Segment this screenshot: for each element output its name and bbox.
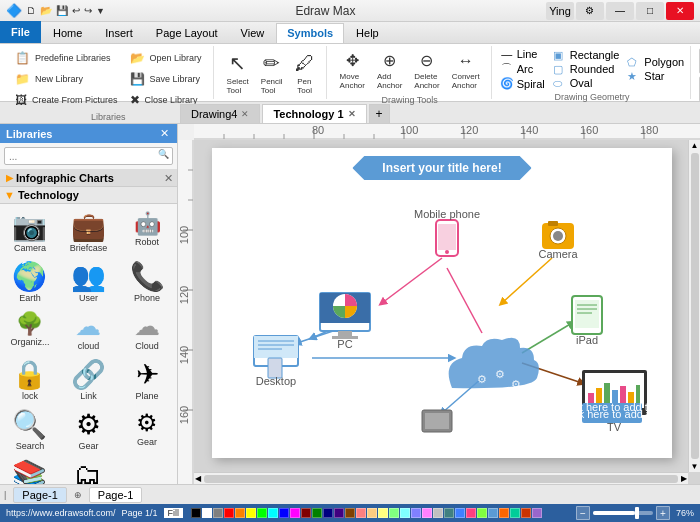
- add-page-btn[interactable]: ⊕: [70, 490, 86, 500]
- color-maroon[interactable]: [301, 508, 311, 518]
- sidebar-item-earth[interactable]: 🌍 Earth: [4, 258, 56, 306]
- quick-access-open[interactable]: 📂: [40, 5, 52, 16]
- color-hot-pink[interactable]: [466, 508, 476, 518]
- quick-access-more[interactable]: ▼: [96, 6, 105, 16]
- color-light-cyan[interactable]: [400, 508, 410, 518]
- tab-help[interactable]: Help: [345, 23, 390, 43]
- search-input[interactable]: [4, 147, 173, 165]
- color-teal[interactable]: [444, 508, 454, 518]
- zoom-slider[interactable]: [593, 511, 653, 515]
- line-option[interactable]: — Line: [500, 48, 545, 60]
- sidebar-item-phone[interactable]: 📞 Phone: [121, 258, 173, 306]
- save-library-btn[interactable]: 💾 Save Library: [125, 69, 207, 89]
- horizontal-scrollbar[interactable]: ◀ ▶: [194, 472, 688, 484]
- technology-section[interactable]: ▼ Technology: [0, 187, 177, 204]
- color-light-green[interactable]: [389, 508, 399, 518]
- settings-btn[interactable]: ⚙: [576, 2, 604, 20]
- tab-insert[interactable]: Insert: [94, 23, 144, 43]
- color-burnt-orange[interactable]: [499, 508, 509, 518]
- minimize-btn[interactable]: —: [606, 2, 634, 20]
- color-brown[interactable]: [345, 508, 355, 518]
- sidebar-item-libraries[interactable]: 📚 Libraries: [4, 456, 56, 484]
- infographic-close-btn[interactable]: ✕: [162, 172, 175, 185]
- sidebar-item-search[interactable]: 🔍 Search: [4, 406, 56, 454]
- doc-tab-drawing4[interactable]: Drawing4 ✕: [180, 104, 260, 123]
- color-white[interactable]: [202, 508, 212, 518]
- doc-tab-technology1[interactable]: Technology 1 ✕: [262, 104, 366, 123]
- color-steel-blue[interactable]: [488, 508, 498, 518]
- doc-tab-new[interactable]: +: [369, 104, 390, 123]
- sidebar-item-lock[interactable]: 🔒 lock: [4, 356, 56, 404]
- color-purple[interactable]: [334, 508, 344, 518]
- sidebar-search[interactable]: 🔍: [0, 143, 177, 170]
- close-btn[interactable]: ✕: [666, 2, 694, 20]
- convert-anchor-btn[interactable]: ↔ ConvertAnchor: [447, 49, 485, 93]
- scroll-right-btn[interactable]: ▶: [680, 474, 688, 483]
- sidebar-item-file-recovery[interactable]: 🗂 File Recovery: [58, 456, 119, 484]
- sidebar-item-cloud1[interactable]: ☁ cloud: [58, 308, 119, 354]
- color-chartreuse[interactable]: [477, 508, 487, 518]
- tab-view[interactable]: View: [230, 23, 276, 43]
- sidebar-item-link[interactable]: 🔗 Link: [58, 356, 119, 404]
- star-option[interactable]: ★ Star: [627, 70, 684, 83]
- maximize-btn[interactable]: □: [636, 2, 664, 20]
- zoom-out-btn[interactable]: −: [576, 506, 590, 520]
- zoom-handle[interactable]: [635, 507, 639, 519]
- zoom-in-btn[interactable]: +: [656, 506, 670, 520]
- color-crimson[interactable]: [521, 508, 531, 518]
- user-btn[interactable]: Ying: [546, 2, 574, 20]
- quick-access-new[interactable]: 🗋: [26, 5, 36, 16]
- color-cornflower[interactable]: [455, 508, 465, 518]
- color-light-yellow[interactable]: [378, 508, 388, 518]
- tab-file[interactable]: File: [0, 21, 41, 43]
- color-blue[interactable]: [279, 508, 289, 518]
- color-magenta[interactable]: [290, 508, 300, 518]
- sidebar-item-camera[interactable]: 📷 Camera: [4, 208, 56, 256]
- color-light-pink[interactable]: [422, 508, 432, 518]
- close-drawing4-btn[interactable]: ✕: [241, 109, 249, 119]
- color-light-red[interactable]: [356, 508, 366, 518]
- add-anchor-btn[interactable]: ⊕ AddAnchor: [372, 48, 407, 93]
- rectangle-option[interactable]: ▣ Rectangle: [553, 49, 620, 62]
- quick-access-undo[interactable]: ↩: [72, 5, 80, 16]
- tab-page-layout[interactable]: Page Layout: [145, 23, 229, 43]
- close-technology1-btn[interactable]: ✕: [348, 109, 356, 119]
- color-cyan[interactable]: [268, 508, 278, 518]
- color-black[interactable]: [191, 508, 201, 518]
- sidebar-item-cloud2[interactable]: ☁ Cloud: [121, 308, 173, 354]
- sidebar-item-organize[interactable]: 🌳 Organiz...: [4, 308, 56, 354]
- page-tab-1[interactable]: Page-1: [13, 487, 66, 503]
- sidebar-item-gear2[interactable]: ⚙ Gear: [121, 406, 173, 454]
- spiral-option[interactable]: 🌀 Spiral: [500, 77, 545, 90]
- new-library-btn[interactable]: 📁 New Library: [10, 69, 123, 89]
- color-red[interactable]: [224, 508, 234, 518]
- scroll-down-btn[interactable]: ▼: [690, 461, 700, 472]
- canvas-area[interactable]: Insert your title here!: [194, 140, 700, 484]
- sidebar-close-btn[interactable]: ✕: [158, 127, 171, 140]
- create-from-pictures-btn[interactable]: 🖼 Create From Pictures: [10, 90, 123, 110]
- oval-option[interactable]: ⬭ Oval: [553, 77, 620, 90]
- open-library-btn[interactable]: 📂 Open Library: [125, 48, 207, 68]
- vertical-scrollbar[interactable]: ▲ ▼: [688, 140, 700, 472]
- polygon-option[interactable]: ⬠ Polygon: [627, 56, 684, 69]
- color-amethyst[interactable]: [532, 508, 542, 518]
- delete-anchor-btn[interactable]: ⊖ DeleteAnchor: [409, 48, 444, 93]
- sidebar-item-gear1[interactable]: ⚙ Gear: [58, 406, 119, 454]
- tab-symbols[interactable]: Symbols: [276, 23, 344, 43]
- color-green[interactable]: [257, 508, 267, 518]
- page-tab-2[interactable]: Page-1: [89, 487, 142, 503]
- move-anchor-btn[interactable]: ✥ MoveAnchor: [335, 48, 370, 93]
- color-dark-green[interactable]: [312, 508, 322, 518]
- rounded-option[interactable]: ▢ Rounded: [553, 63, 620, 76]
- color-gray[interactable]: [213, 508, 223, 518]
- infographic-charts-section[interactable]: ▶ Infographic Charts ✕: [0, 170, 177, 187]
- sidebar-item-briefcase[interactable]: 💼 Briefcase: [58, 208, 119, 256]
- arc-option[interactable]: ⌒ Arc: [500, 61, 545, 76]
- quick-access-redo[interactable]: ↪: [84, 5, 92, 16]
- pencil-tool-btn[interactable]: ✏ PencilTool: [256, 48, 288, 98]
- color-peach[interactable]: [367, 508, 377, 518]
- color-yellow[interactable]: [246, 508, 256, 518]
- color-mint[interactable]: [510, 508, 520, 518]
- sidebar-item-user[interactable]: 👥 User: [58, 258, 119, 306]
- select-tool-btn[interactable]: ↖ SelectTool: [222, 48, 254, 98]
